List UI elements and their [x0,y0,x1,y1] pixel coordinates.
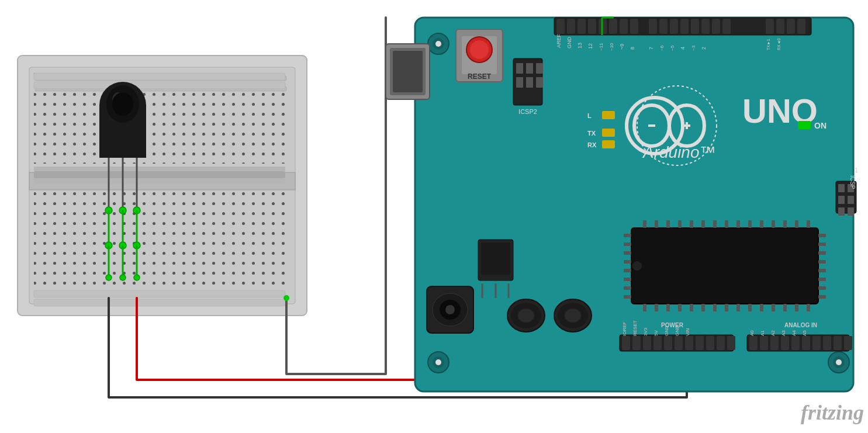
digital-pins [556,19,805,34]
svg-rect-53 [701,220,705,228]
svg-rect-14 [577,19,586,34]
atmega-chip [631,228,818,304]
svg-rect-9 [516,77,523,88]
svg-rect-44 [818,269,826,272]
pin-8-label: 8 [630,47,635,50]
svg-rect-67 [690,304,693,311]
mount-hole-bl-hole [435,359,441,365]
svg-rect-104 [844,336,852,350]
svg-rect-20 [649,19,657,34]
svg-rect-73 [760,304,763,311]
svg-rect-25 [701,19,710,34]
power-section-label: POWER [661,322,684,328]
svg-rect-80 [838,196,845,204]
svg-rect-84 [622,336,630,350]
svg-rect-63 [643,304,646,311]
svg-rect-61 [795,220,798,228]
svg-rect-24 [691,19,699,34]
svg-rect-19 [630,19,638,34]
svg-rect-57 [748,220,752,228]
svg-rect-86 [643,336,651,350]
on-led [798,121,811,129]
5v-label: 5V [653,330,659,336]
svg-rect-69 [713,304,717,311]
on-label: ON [814,121,826,130]
mount-hole-br-hole [836,359,842,365]
capacitor-right-center [565,309,581,323]
svg-rect-56 [736,220,740,228]
svg-rect-92 [706,336,714,350]
chip-pins-top [643,220,810,228]
svg-rect-34 [624,251,631,255]
a4-label: A4 [791,330,797,336]
svg-rect-51 [678,220,682,228]
circuit-svg: /* dots generated via SVG pattern below … [0,0,868,433]
svg-rect-30 [787,19,795,34]
svg-rect-43 [818,260,826,264]
pin-4-label: 4 [680,47,686,50]
svg-rect-70 [725,304,728,311]
svg-rect-47 [818,295,826,299]
svg-rect-66 [678,304,682,311]
reset-button-top [470,40,489,59]
svg-rect-90 [685,336,693,350]
a0-label: A0 [749,330,755,336]
svg-rect-45 [818,278,826,281]
ioref-label: IOREF [622,321,627,336]
pin-7-label: 7 [648,47,654,50]
svg-rect-42 [818,251,826,255]
svg-rect-89 [675,336,683,350]
a3-label: A3 [781,330,786,336]
pin-dot-center-3 [120,275,126,280]
transistor-inner-lens [112,92,133,116]
pin-2-label: 2 [701,47,707,50]
svg-rect-68 [701,304,705,311]
pin-12-label: 12 [587,43,593,49]
svg-rect-17 [609,19,617,34]
svg-rect-81 [848,196,854,204]
svg-rect-39 [624,295,631,299]
svg-rect-33 [624,243,631,246]
pin-dot-right-3 [134,275,140,280]
svg-rect-62 [807,220,810,228]
svg-rect-50 [666,220,670,228]
svg-rect-64 [655,304,658,311]
svg-rect-75 [783,304,787,311]
capacitor-left-center [518,309,534,323]
svg-rect-46 [818,286,826,290]
svg-rect-10 [526,77,533,88]
svg-rect-6 [516,63,523,74]
l-led [602,111,615,119]
svg-rect-91 [696,336,704,350]
svg-rect-93 [717,336,725,350]
svg-rect-8 [536,63,543,74]
transistor-body-bottom [99,129,146,158]
pin-9-label: ~9 [619,44,625,50]
svg-rect-28 [766,19,774,34]
svg-rect-40 [818,234,826,237]
pin-5-label: ~5 [670,45,675,51]
chip-marker [632,261,642,271]
mount-hole-tl-hole [435,41,441,47]
svg-rect-36 [624,269,631,272]
pin-13-label: 13 [577,43,583,49]
svg-rect-59 [772,220,775,228]
svg-rect-88 [664,336,672,350]
svg-rect-31 [797,19,805,34]
svg-rect-48 [643,220,646,228]
a2-label: A2 [770,330,776,336]
pin-11-label: ~11 [599,43,604,51]
svg-rect-35 [624,260,631,264]
svg-rect-60 [783,220,787,228]
svg-rect-101 [812,336,821,350]
rx-led [602,140,615,148]
tx-led-label: TX [587,130,596,137]
svg-rect-41 [818,243,826,246]
vin-label: VIN [685,328,690,336]
svg-rect-100 [802,336,810,350]
pin-10-label: ~10 [609,43,614,51]
3v3-label: 3V3 [643,327,648,336]
power-header-pins [622,336,735,350]
svg-rect-78 [838,184,845,192]
l-led-label: L [587,112,592,119]
